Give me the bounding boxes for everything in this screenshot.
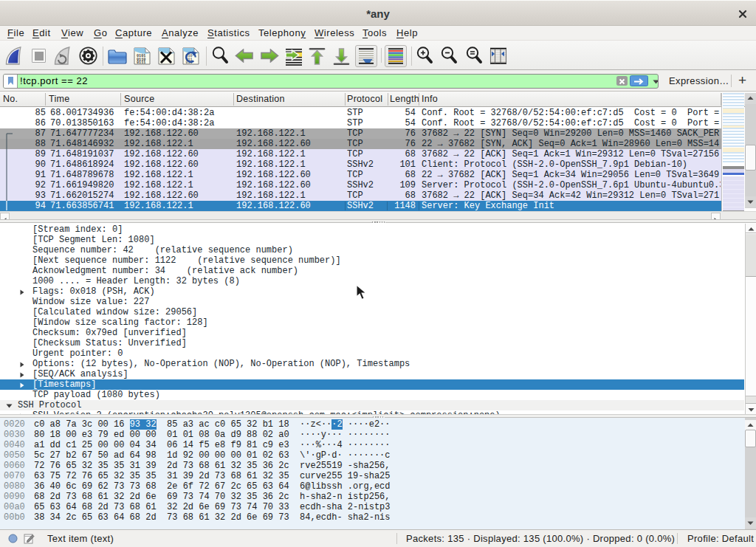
svg-text:0111: 0111 bbox=[137, 61, 145, 65]
